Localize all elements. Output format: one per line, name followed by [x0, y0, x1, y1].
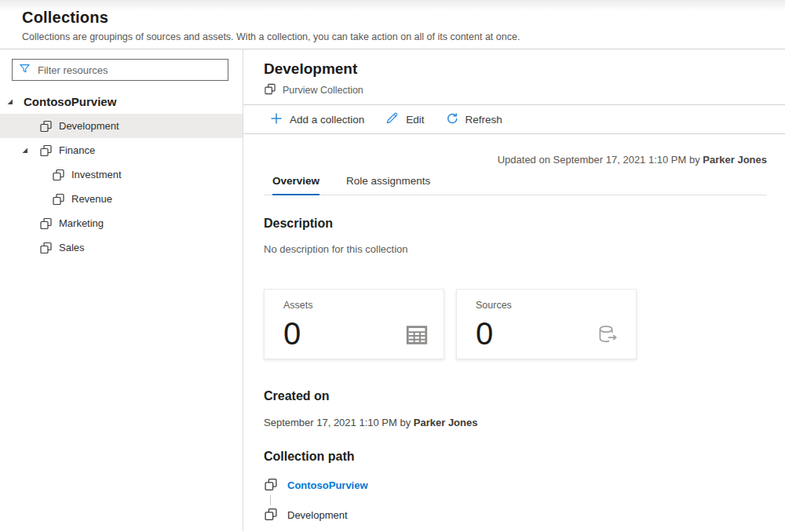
- collection-header: Development Purview Collection: [243, 49, 785, 105]
- filter-resources-input[interactable]: [38, 64, 221, 76]
- overview-content: Updated on September 17, 2021 1:10 PM by…: [243, 134, 785, 531]
- tree-item-finance[interactable]: Finance: [0, 138, 243, 162]
- description-heading: Description: [264, 217, 767, 231]
- tab-role-assignments[interactable]: Role assignments: [346, 175, 430, 195]
- tree-item-sales[interactable]: Sales: [0, 235, 243, 260]
- edit-button[interactable]: Edit: [385, 111, 424, 127]
- expand-arrow-icon[interactable]: [7, 99, 13, 105]
- collections-tree: ContosoPurview Development Finance: [0, 90, 243, 260]
- collection-path-heading: Collection path: [264, 450, 767, 464]
- tab-overview[interactable]: Overview: [272, 175, 319, 195]
- path-item-current: Development: [264, 508, 767, 522]
- tree-item-investment[interactable]: Investment: [0, 162, 243, 187]
- refresh-icon: [446, 112, 458, 127]
- page-title: Collections: [22, 9, 763, 27]
- collection-path: ContosoPurview Development: [264, 479, 767, 522]
- tab-bar: Overview Role assignments: [264, 175, 767, 195]
- filter-resources-box[interactable]: [12, 59, 228, 81]
- collection-icon: [52, 193, 65, 206]
- tree-item-revenue[interactable]: Revenue: [0, 187, 243, 211]
- collection-icon: [264, 83, 276, 97]
- tree-item-marketing[interactable]: Marketing: [0, 211, 243, 235]
- plus-icon: [270, 112, 283, 127]
- collection-icon: [39, 217, 53, 230]
- tree-item-label: Sales: [59, 242, 85, 253]
- edit-label: Edit: [406, 114, 424, 126]
- path-item-root: ContosoPurview: [264, 479, 767, 492]
- tree-item-contosopurview[interactable]: ContosoPurview: [0, 90, 243, 112]
- collection-icon: [39, 120, 53, 133]
- created-on-text: September 17, 2021 1:10 PM by Parker Jon…: [264, 417, 767, 428]
- page-header: Collections Collections are groupings of…: [0, 0, 785, 49]
- tree-item-label: Investment: [71, 169, 122, 180]
- expand-arrow-icon[interactable]: [22, 148, 28, 154]
- collection-type-row: Purview Collection: [264, 83, 766, 97]
- assets-card-label: Assets: [283, 300, 428, 311]
- refresh-button[interactable]: Refresh: [446, 112, 502, 127]
- main-layout: ContosoPurview Development Finance: [0, 49, 785, 531]
- tree-item-label: Development: [59, 120, 119, 132]
- updated-info: Updated on September 17, 2021 1:10 PM by…: [264, 154, 767, 166]
- collection-type-label: Purview Collection: [283, 85, 363, 96]
- refresh-label: Refresh: [466, 114, 502, 126]
- sources-card[interactable]: Sources 0: [456, 289, 637, 359]
- collection-icon: [39, 242, 53, 254]
- filter-icon: [19, 63, 31, 77]
- tree-item-label: ContosoPurview: [24, 95, 116, 108]
- table-icon: [406, 324, 428, 348]
- tree-item-development[interactable]: Development: [0, 114, 243, 138]
- page-subtitle: Collections are groupings of sources and…: [22, 31, 763, 42]
- collection-title: Development: [264, 60, 766, 78]
- tree-item-label: Revenue: [71, 193, 112, 205]
- collection-detail-panel: Development Purview Collection Add a col…: [243, 49, 785, 531]
- add-collection-label: Add a collection: [290, 114, 364, 126]
- path-current-development: Development: [287, 509, 348, 521]
- created-on-heading: Created on: [264, 389, 767, 403]
- sources-card-label: Sources: [476, 300, 620, 311]
- path-connector-line: [270, 495, 271, 505]
- created-by-name: Parker Jones: [414, 417, 478, 428]
- assets-card[interactable]: Assets 0: [264, 289, 444, 359]
- pencil-icon: [385, 111, 399, 127]
- collection-icon: [264, 478, 278, 494]
- stat-cards: Assets 0 Sources 0: [264, 289, 767, 359]
- updated-by-name: Parker Jones: [703, 154, 767, 166]
- database-export-icon: [597, 324, 620, 348]
- command-bar: Add a collection Edit Refresh: [243, 105, 785, 134]
- collections-sidebar: ContosoPurview Development Finance: [0, 49, 243, 531]
- collection-icon: [52, 169, 65, 181]
- tree-item-label: Marketing: [59, 217, 104, 229]
- add-collection-button[interactable]: Add a collection: [270, 112, 364, 127]
- collection-icon: [264, 508, 278, 523]
- path-link-contosopurview[interactable]: ContosoPurview: [287, 479, 368, 491]
- created-prefix: September 17, 2021 1:10 PM by: [264, 417, 414, 428]
- updated-prefix: Updated on September 17, 2021 1:10 PM by: [498, 154, 703, 166]
- sources-count: 0: [476, 319, 493, 348]
- collection-icon: [39, 144, 53, 157]
- tree-item-label: Finance: [59, 144, 95, 156]
- description-empty-text: No description for this collection: [264, 243, 767, 255]
- assets-count: 0: [283, 319, 301, 348]
